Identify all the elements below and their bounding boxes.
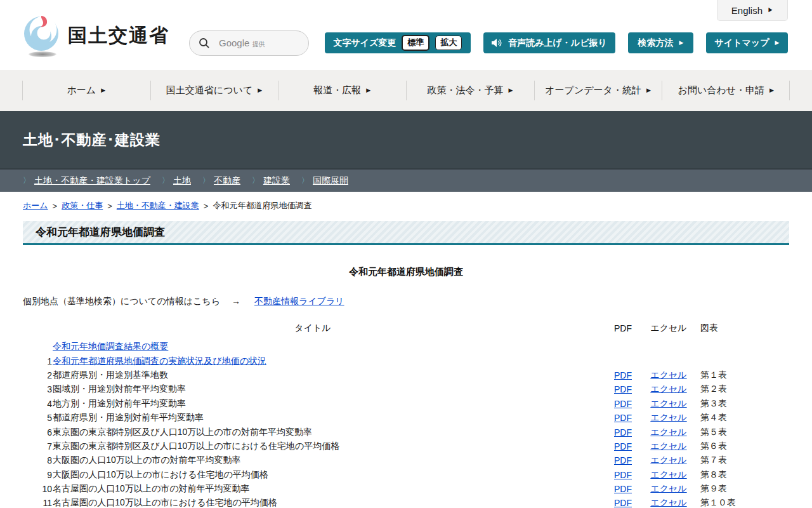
site-header: English ▶ 国土交通省 Google 提供 文字サイズ変更 標準 <box>0 0 812 70</box>
excel-cell: エクセル <box>643 497 694 508</box>
pdf-link[interactable]: PDF <box>614 427 632 438</box>
page-title: 令和元年都道府県地価調査 <box>36 226 165 238</box>
pdf-link[interactable]: PDF <box>614 370 632 380</box>
chevron-right-icon: ▶ <box>679 40 684 46</box>
chevron-right-icon: ▶ <box>768 8 773 13</box>
excel-cell: エクセル <box>643 483 694 495</box>
site-search-input[interactable]: Google 提供 <box>189 30 309 56</box>
excel-cell: エクセル <box>643 398 694 410</box>
pdf-link[interactable]: PDF <box>614 484 632 494</box>
pdf-link[interactable]: PDF <box>614 455 632 465</box>
breadcrumb-link[interactable]: ホーム <box>23 200 48 211</box>
nav-item-label: お問い合わせ・申請 <box>678 84 764 97</box>
table-row: 9大阪圏の人口10万以上の市における住宅地の平均価格PDFエクセル第８表 <box>23 468 789 482</box>
center-heading: 令和元年都道府県地価調査 <box>23 266 789 278</box>
excel-link[interactable]: エクセル <box>650 384 686 394</box>
excel-link[interactable]: エクセル <box>650 469 686 479</box>
breadcrumb-separator: > <box>53 201 58 211</box>
nav-item-0[interactable]: ホーム▶ <box>22 70 150 111</box>
font-size-large-button[interactable]: 拡大 <box>435 36 462 50</box>
nav-item-label: ホーム <box>67 84 96 97</box>
pdf-cell: PDF <box>603 498 643 508</box>
chart-label: 第７表 <box>694 455 789 466</box>
nav-item-3[interactable]: 政策・法令・予算▶ <box>406 70 534 111</box>
table-row: 8大阪圏の人口10万以上の市の対前年平均変動率PDFエクセル第７表 <box>23 453 789 467</box>
row-title: 地方別・用途別対前年平均変動率 <box>52 398 603 410</box>
col-header-chart: 図表 <box>694 323 789 334</box>
subnav-link[interactable]: 土地 <box>173 175 191 187</box>
row-title: 名古屋圏の人口10万以上の市の対前年平均変動率 <box>52 483 603 495</box>
table-row: 7東京圏の東京都特別区及び人口10万以上の市における住宅地の平均価格PDFエクセ… <box>23 439 789 453</box>
table-row: 3圏域別・用途別対前年平均変動率PDFエクセル第２表 <box>23 382 789 396</box>
nav-item-label: 報道・広報 <box>313 84 361 97</box>
excel-link[interactable]: エクセル <box>650 483 686 493</box>
col-header-excel: エクセル <box>643 323 694 334</box>
site-logo[interactable]: 国土交通省 <box>22 14 169 57</box>
table-row: 2都道府県別・用途別基準地数PDFエクセル第１表 <box>23 368 789 382</box>
pdf-link[interactable]: PDF <box>614 384 632 394</box>
pdf-link[interactable]: PDF <box>614 498 632 508</box>
chart-label: 第５表 <box>694 427 789 438</box>
row-title-link[interactable]: 令和元年都道府県地価調査の実施状況及び地価の状況 <box>53 356 266 366</box>
excel-link[interactable]: エクセル <box>650 370 686 380</box>
chevron-right-icon: ▶ <box>646 88 651 93</box>
tts-button[interactable]: 音声読み上げ・ルビ振り <box>483 32 615 53</box>
excel-link[interactable]: エクセル <box>650 412 686 422</box>
excel-cell: エクセル <box>643 441 694 452</box>
chart-label: 第９表 <box>694 483 789 495</box>
arrow-right-glyph: → <box>232 296 240 306</box>
pdf-link[interactable]: PDF <box>614 399 632 409</box>
sitemap-button[interactable]: サイトマップ ▶ <box>706 32 788 53</box>
breadcrumb-separator: > <box>204 201 209 211</box>
nav-item-label: 国土交通省について <box>166 84 252 97</box>
subnav-link[interactable]: 不動産 <box>214 175 240 187</box>
search-method-button[interactable]: 検索方法 ▶ <box>628 32 693 53</box>
pdf-link[interactable]: PDF <box>614 413 632 423</box>
nav-item-2[interactable]: 報道・広報▶ <box>278 70 406 111</box>
breadcrumb-link[interactable]: 土地・不動産・建設業 <box>117 200 199 211</box>
table-row: 10名古屋圏の人口10万以上の市の対前年平均変動率PDFエクセル第９表 <box>23 482 789 496</box>
subnav-item-1: 〉土地 <box>162 175 191 187</box>
excel-link[interactable]: エクセル <box>650 497 686 507</box>
subnav-link[interactable]: 国際展開 <box>313 175 348 187</box>
english-button[interactable]: English ▶ <box>717 0 788 21</box>
excel-cell: エクセル <box>643 384 694 395</box>
pdf-cell: PDF <box>603 470 643 480</box>
excel-cell: エクセル <box>643 427 694 438</box>
col-header-pdf: PDF <box>603 323 643 333</box>
nav-item-5[interactable]: お問い合わせ・申請▶ <box>662 70 790 111</box>
table-row: 令和元年地価調査結果の概要 <box>23 340 789 354</box>
subnav-link[interactable]: 建設業 <box>263 175 290 187</box>
pdf-link[interactable]: PDF <box>614 470 632 480</box>
row-title: 都道府県別・用途別対前年平均変動率 <box>52 412 603 424</box>
chevron-right-icon: 〉 <box>162 175 169 186</box>
row-title-link[interactable]: 令和元年地価調査結果の概要 <box>53 341 168 351</box>
excel-link[interactable]: エクセル <box>650 398 686 408</box>
pdf-link[interactable]: PDF <box>614 441 632 451</box>
subnav-link[interactable]: 土地・不動産・建設業トップ <box>34 175 150 187</box>
font-size-label: 文字サイズ変更 <box>334 37 396 49</box>
english-label: English <box>731 5 763 16</box>
main-content: ホーム>政策・仕事>土地・不動産・建設業>令和元年都道府県地価調査 令和元年都道… <box>0 200 812 508</box>
breadcrumb-link[interactable]: 政策・仕事 <box>62 200 103 211</box>
font-size-button[interactable]: 文字サイズ変更 標準 拡大 <box>325 32 471 53</box>
nav-item-label: 政策・法令・予算 <box>427 84 503 97</box>
info-text: 個別地点（基準地検索）についての情報はこちら <box>23 296 220 306</box>
nav-item-4[interactable]: オープンデータ・統計▶ <box>534 70 662 111</box>
info-line: 個別地点（基準地検索）についての情報はこちら→不動産情報ライブラリ <box>23 296 789 307</box>
table-row: 6東京圏の東京都特別区及び人口10万以上の市の対前年平均変動率PDFエクセル第５… <box>23 425 789 439</box>
main-nav: ホーム▶国土交通省について▶報道・広報▶政策・法令・予算▶オープンデータ・統計▶… <box>0 70 812 111</box>
table-row: 11名古屋圏の人口10万以上の市における住宅地の平均価格PDFエクセル第１０表 <box>23 496 789 508</box>
excel-link[interactable]: エクセル <box>650 441 686 451</box>
pdf-cell: PDF <box>603 427 643 438</box>
excel-link[interactable]: エクセル <box>650 427 686 437</box>
font-size-standard-button[interactable]: 標準 <box>402 35 429 51</box>
excel-link[interactable]: エクセル <box>650 455 686 465</box>
row-title: 名古屋圏の人口10万以上の市における住宅地の平均価格 <box>52 497 603 508</box>
excel-cell: エクセル <box>643 412 694 424</box>
row-number: 5 <box>23 413 52 423</box>
real-estate-library-link[interactable]: 不動産情報ライブラリ <box>254 296 344 306</box>
chart-label: 第６表 <box>694 441 789 452</box>
nav-item-1[interactable]: 国土交通省について▶ <box>150 70 278 111</box>
speaker-icon <box>492 38 502 48</box>
